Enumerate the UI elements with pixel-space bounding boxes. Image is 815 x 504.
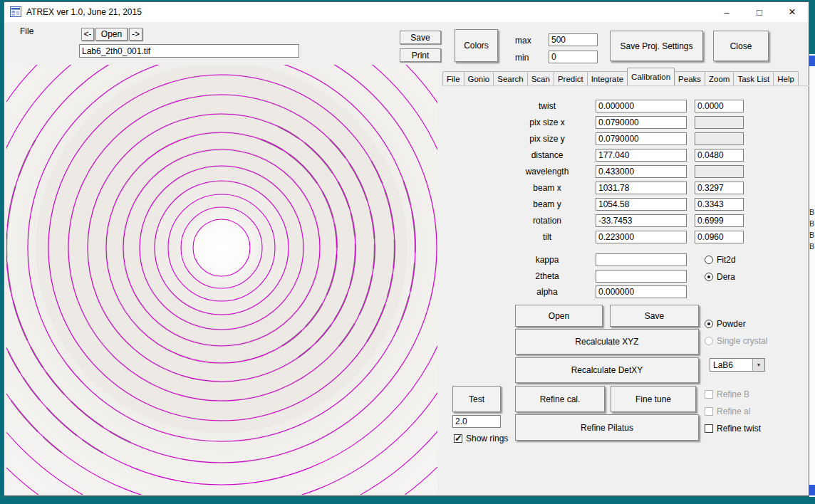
param-input-rotation[interactable] <box>596 214 687 227</box>
param-input-beam-y[interactable] <box>596 198 687 211</box>
param-label-twist: twist <box>504 101 590 111</box>
param-input-kappa[interactable] <box>596 253 687 266</box>
minimize-button[interactable]: – <box>710 2 743 22</box>
param-input-tilt[interactable] <box>596 231 687 243</box>
diffraction-rings-svg <box>6 65 437 495</box>
tab-help[interactable]: Help <box>773 71 799 85</box>
tab-task-list[interactable]: Task List <box>733 71 774 85</box>
param-input-wavelength[interactable] <box>596 165 687 178</box>
param-input-beam-x[interactable] <box>596 182 687 194</box>
test-button[interactable]: Test <box>452 386 501 412</box>
checkbox-label: Refine B <box>717 389 749 399</box>
tab-zoom[interactable]: Zoom <box>705 71 734 85</box>
window-title: ATREX ver 1.0, June 21, 2015 <box>26 7 142 17</box>
edge-letter: B <box>809 242 814 251</box>
tab-predict[interactable]: Predict <box>554 71 588 85</box>
threshold-input[interactable] <box>452 415 501 428</box>
refine-pilatus-button[interactable]: Refine Pilatus <box>515 414 699 441</box>
cal-save-button[interactable]: Save <box>610 305 699 327</box>
tab-calibration[interactable]: Calibration <box>627 68 675 85</box>
param-input-pix-size-y[interactable] <box>596 132 687 145</box>
titlebar: ATREX ver 1.0, June 21, 2015 – □ × <box>4 2 809 22</box>
checkbox-icon <box>454 434 462 443</box>
radio-fit2d[interactable]: Fit2d <box>705 255 736 265</box>
show-rings-checkbox[interactable]: Show rings <box>454 434 508 443</box>
param-label-2theta: 2theta <box>504 271 590 281</box>
recalculate-xyz-button[interactable]: Recalculate XYZ <box>515 329 699 355</box>
param-esd-beam-y[interactable] <box>695 198 744 211</box>
param-label-distance: distance <box>504 150 590 160</box>
close-app-button[interactable]: Close <box>713 31 769 61</box>
close-window-button[interactable]: × <box>776 2 809 22</box>
tab-scan[interactable]: Scan <box>527 71 554 85</box>
checkbox-label: Refine twist <box>717 424 761 434</box>
colors-button[interactable]: Colors <box>455 29 498 62</box>
edge-bar-top <box>809 56 815 66</box>
checkbox-icon <box>705 390 713 399</box>
param-esd-wavelength[interactable] <box>695 165 744 178</box>
tab-search[interactable]: Search <box>493 71 527 85</box>
filename-input[interactable] <box>79 44 299 58</box>
fine-tune-button[interactable]: Fine tune <box>611 386 696 412</box>
param-esd-rotation[interactable] <box>695 214 744 227</box>
param-label-alpha: alpha <box>504 287 590 297</box>
min-label: min <box>515 53 529 63</box>
radio-icon <box>705 337 713 345</box>
param-label-rotation: rotation <box>504 216 590 226</box>
checkbox-label: Refine al <box>717 406 750 416</box>
tab-gonio[interactable]: Gonio <box>464 71 494 85</box>
tab-file[interactable]: File <box>442 71 464 85</box>
refine-al-checkbox[interactable]: Refine al <box>705 406 750 416</box>
prev-image-button[interactable]: <- <box>81 28 94 41</box>
next-image-button[interactable]: -> <box>129 28 142 41</box>
refine-twist-checkbox[interactable]: Refine twist <box>705 424 761 434</box>
param-input-twist[interactable] <box>596 100 687 112</box>
param-esd-pix-size-x[interactable] <box>695 116 744 129</box>
refine-b-checkbox[interactable]: Refine B <box>705 389 749 399</box>
diffraction-image[interactable] <box>6 65 437 495</box>
min-input[interactable] <box>549 51 598 63</box>
radio-icon <box>705 320 713 328</box>
checkbox-icon <box>705 407 713 416</box>
standard-select[interactable]: LaB6 ▼ <box>710 358 765 372</box>
window-controls: – □ × <box>710 2 809 22</box>
save-button[interactable]: Save <box>400 31 441 44</box>
param-esd-twist[interactable] <box>695 100 744 112</box>
open-file-button[interactable]: Open <box>95 28 128 41</box>
standard-select-value: LaB6 <box>710 360 752 370</box>
tab-peaks[interactable]: Peaks <box>674 71 705 85</box>
edge-letter: B <box>809 231 814 239</box>
background-window-edge: B B B B <box>809 54 815 497</box>
radio-label: Dera <box>717 272 735 282</box>
radio-powder[interactable]: Powder <box>705 319 746 329</box>
radio-dera[interactable]: Dera <box>705 272 735 282</box>
edge-letter: B <box>809 208 814 216</box>
param-esd-beam-x[interactable] <box>695 182 744 194</box>
tab-bar: File Gonio Search Scan Predict Integrate… <box>442 69 810 86</box>
param-input-pix-size-x[interactable] <box>596 116 687 129</box>
param-label-kappa: kappa <box>504 255 590 265</box>
param-label-pix-size-x: pix size x <box>504 117 590 127</box>
radio-single-crystal[interactable]: Single crystal <box>705 336 767 346</box>
param-label-pix-size-y: pix size y <box>504 134 590 144</box>
max-input[interactable] <box>549 33 598 46</box>
tab-integrate[interactable]: Integrate <box>587 71 628 85</box>
param-label-beam-x: beam x <box>504 183 590 193</box>
param-esd-distance[interactable] <box>695 149 744 162</box>
refine-cal-button[interactable]: Refine cal. <box>515 386 605 412</box>
cal-open-button[interactable]: Open <box>515 305 603 327</box>
param-input-2theta[interactable] <box>596 270 687 283</box>
checkbox-icon <box>705 424 713 433</box>
save-proj-settings-button[interactable]: Save Proj. Settings <box>610 31 703 61</box>
radio-icon <box>705 273 713 281</box>
param-input-distance[interactable] <box>596 149 687 162</box>
param-input-alpha[interactable] <box>596 285 687 298</box>
recalculate-detxy-button[interactable]: Recalculate DetXY <box>515 357 699 383</box>
menu-file[interactable]: File <box>20 26 33 36</box>
param-esd-tilt[interactable] <box>695 231 744 243</box>
param-esd-pix-size-y[interactable] <box>695 132 744 145</box>
print-button[interactable]: Print <box>400 48 441 62</box>
max-label: max <box>515 36 531 46</box>
maximize-button[interactable]: □ <box>743 2 776 22</box>
radio-icon <box>705 256 713 264</box>
